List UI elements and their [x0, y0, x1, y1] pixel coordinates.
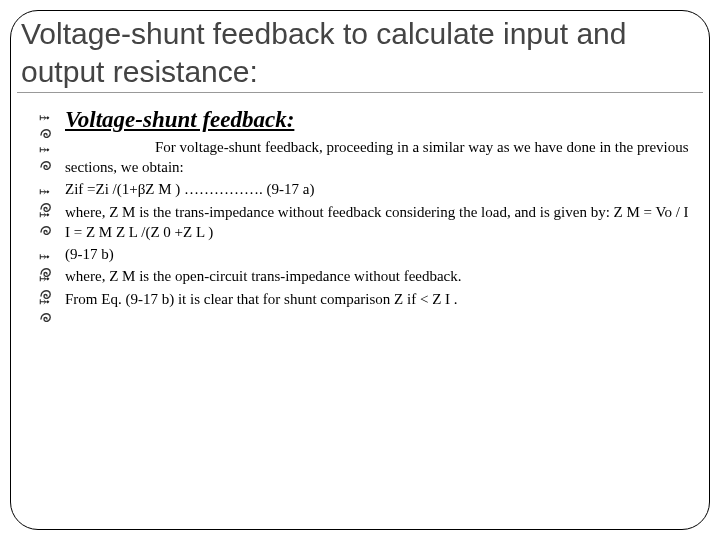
intro-text: For voltage-shunt feedback, proceeding i…: [65, 139, 689, 175]
slide-body: Voltage-shunt feedback: For voltage-shun…: [11, 93, 709, 321]
where1-text: where, Z M is the trans-impedance withou…: [65, 204, 689, 240]
eq1-text: Zif =Zi /(1+βZ M ) ……………. (9-17 a): [65, 181, 315, 197]
subheading-text: Voltage-shunt feedback:: [65, 107, 294, 132]
bullet-where1: where, Z M is the trans-impedance withou…: [39, 202, 697, 243]
bullet-intro: For voltage-shunt feedback, proceeding i…: [39, 137, 697, 178]
bullet-icon: [39, 142, 53, 172]
bullet-icon: [39, 207, 53, 237]
where2-text: where, Z M is the open-circuit trans-imp…: [65, 268, 462, 284]
slide-frame: Voltage-shunt feedback to calculate inpu…: [10, 10, 710, 530]
bullet-subheading: Voltage-shunt feedback:: [39, 105, 697, 135]
bullet-where2: where, Z M is the open-circuit trans-imp…: [39, 266, 697, 286]
bullet-conclusion: From Eq. (9-17 b) it is clear that for s…: [39, 289, 697, 309]
intro-span: For voltage-shunt feedback, proceeding i…: [65, 139, 689, 175]
bullet-eqref: (9-17 b): [39, 244, 697, 264]
eqref-text: (9-17 b): [65, 246, 114, 262]
bullet-icon: [39, 110, 53, 140]
slide-title: Voltage-shunt feedback to calculate inpu…: [17, 11, 703, 93]
bullet-icon: [39, 294, 53, 324]
bullet-eq1: Zif =Zi /(1+βZ M ) ……………. (9-17 a): [39, 179, 697, 199]
conclusion-text: From Eq. (9-17 b) it is clear that for s…: [65, 291, 458, 307]
